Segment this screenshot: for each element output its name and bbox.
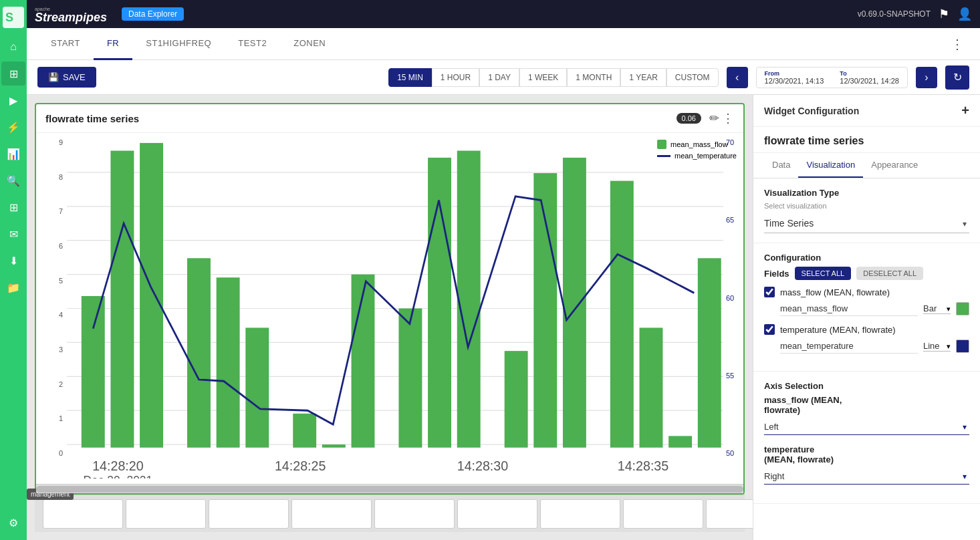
svg-rect-19: [293, 414, 316, 448]
download-icon[interactable]: ⬇: [1, 249, 25, 273]
dashboard-icon[interactable]: ⊞: [1, 61, 25, 86]
field-mass-flow-checkbox[interactable]: [764, 287, 775, 297]
svg-rect-16: [187, 258, 211, 447]
bottom-tile-7: [623, 499, 703, 529]
field-mass-flow-type-select[interactable]: Bar Line: [923, 303, 951, 314]
analytics-icon[interactable]: 📊: [1, 142, 25, 166]
app-logo: apache Streampipes: [35, 4, 115, 24]
scrollbar-thumb[interactable]: [36, 486, 743, 493]
widget-scrollbar[interactable]: [36, 484, 743, 493]
svg-rect-15: [140, 143, 163, 448]
axis-mass-flow-select[interactable]: Left Right: [764, 419, 969, 435]
bottom-tile-5: [457, 499, 537, 529]
widget-edit-icon[interactable]: ✏: [709, 111, 719, 126]
axis-section-title: Axis Selection: [764, 381, 969, 391]
axis-temperature-select[interactable]: Right Left: [764, 468, 969, 485]
svg-text:Dec 30, 2021: Dec 30, 2021: [83, 474, 152, 479]
time-btn-1month[interactable]: 1 MONTH: [567, 68, 620, 87]
viz-type-section: Visualization Type Select visualization …: [753, 178, 980, 243]
field-temperature-type-select[interactable]: Line Bar: [923, 341, 951, 352]
widget-card: flowrate time series 0.06 ✏ ⋮ 9 8 7 6 5 …: [35, 103, 745, 495]
config-tab-visualization[interactable]: Visualization: [798, 153, 863, 178]
tab-fr[interactable]: FR: [94, 28, 132, 60]
tab-st1highfreq[interactable]: ST1HIGHFREQ: [132, 28, 225, 60]
search-icon[interactable]: 🔍: [1, 168, 25, 192]
bottom-tiles: [35, 495, 745, 532]
time-buttons: 15 MIN 1 HOUR 1 DAY 1 WEEK 1 MONTH 1 YEA…: [388, 68, 718, 87]
content-area: flowrate time series 0.06 ✏ ⋮ 9 8 7 6 5 …: [27, 95, 980, 540]
legend-line-icon: [657, 155, 670, 157]
save-label: SAVE: [63, 72, 86, 82]
tab-test2[interactable]: TEST2: [225, 28, 280, 60]
svg-rect-27: [563, 158, 586, 448]
refresh-button[interactable]: ↻: [945, 65, 969, 90]
field-temperature-alias[interactable]: mean_temperature: [780, 339, 918, 354]
dashboard-panel: flowrate time series 0.06 ✏ ⋮ 9 8 7 6 5 …: [27, 95, 753, 540]
axis-mass-flow-select-wrapper: Left Right ▾: [764, 419, 969, 435]
axis-section: Axis Selection mass_flow (MEAN,flowrate)…: [753, 372, 980, 504]
field-temperature: temperature (MEAN, flowrate) mean_temper…: [764, 324, 969, 354]
apps-icon[interactable]: ⊞: [1, 195, 25, 219]
field-mass-flow-alias[interactable]: mean_mass_flow: [780, 301, 918, 316]
field-mass-flow-name: mass_flow (MEAN, flowrate): [780, 287, 890, 297]
notification-icon[interactable]: ⚑: [939, 7, 949, 21]
tabs-more-icon[interactable]: ⋮: [945, 36, 969, 52]
next-time-button[interactable]: ›: [916, 67, 937, 88]
viz-type-subtitle: Select visualization: [764, 202, 969, 210]
time-btn-15min[interactable]: 15 MIN: [388, 68, 432, 87]
y-axis-left: 9 8 7 6 5 4 3 2 1 0: [36, 138, 67, 457]
field-temperature-color[interactable]: [956, 340, 969, 353]
svg-rect-21: [352, 275, 375, 448]
svg-text:S: S: [5, 11, 13, 24]
time-btn-custom[interactable]: CUSTOM: [666, 68, 719, 87]
svg-text:14:28:20: 14:28:20: [92, 458, 143, 474]
from-date: From 12/30/2021, 14:13: [765, 70, 824, 85]
config-tab-appearance[interactable]: Appearance: [863, 153, 926, 178]
field-temperature-checkbox[interactable]: [764, 324, 775, 335]
config-fields-section: Configuration Fields SELECT ALL DESELECT…: [753, 243, 980, 372]
user-icon[interactable]: 👤: [957, 7, 972, 21]
pipeline-icon[interactable]: ▶: [1, 88, 25, 112]
field-mass-flow-config: mean_mass_flow Bar Line ▾: [764, 301, 969, 316]
data-explorer-badge[interactable]: Data Explorer: [122, 7, 184, 21]
config-tab-data[interactable]: Data: [764, 153, 798, 178]
svg-rect-26: [533, 173, 557, 448]
axis-temperature-select-wrapper: Right Left ▾: [764, 468, 969, 485]
legend-bar-icon: [657, 140, 666, 149]
messages-icon[interactable]: ✉: [1, 222, 25, 246]
config-widget-title: flowrate time series: [753, 127, 980, 153]
tab-zonen[interactable]: ZONEN: [280, 28, 339, 60]
bottom-tile-0: [43, 499, 123, 529]
svg-rect-25: [505, 351, 528, 448]
time-btn-1day[interactable]: 1 DAY: [479, 68, 519, 87]
select-all-button[interactable]: SELECT ALL: [795, 267, 852, 280]
connect-icon[interactable]: ⚡: [1, 115, 25, 139]
field-mass-flow-checkbox-row: mass_flow (MEAN, flowrate): [764, 287, 969, 297]
time-btn-1hour[interactable]: 1 HOUR: [432, 68, 479, 87]
deselect-all-button[interactable]: DESELECT ALL: [856, 267, 923, 280]
tab-start[interactable]: START: [37, 28, 94, 60]
config-add-button[interactable]: +: [961, 103, 969, 118]
to-label: To: [840, 70, 899, 77]
time-btn-1year[interactable]: 1 YEAR: [620, 68, 666, 87]
svg-rect-13: [82, 296, 105, 448]
viz-type-select[interactable]: Time Series Bar Chart Line Chart: [764, 214, 969, 233]
to-date: To 12/30/2021, 14:28: [840, 70, 899, 85]
config-tabs: Data Visualization Appearance: [753, 153, 980, 178]
chart-legend: mean_mass_flow mean_temperature: [657, 140, 737, 160]
home-icon[interactable]: ⌂: [1, 35, 25, 59]
field-temperature-config: mean_temperature Line Bar ▾: [764, 339, 969, 354]
topbar: apache Streampipes Data Explorer v0.69.0…: [27, 0, 980, 28]
svg-text:14:28:25: 14:28:25: [275, 458, 326, 474]
widget-menu-icon[interactable]: ⋮: [722, 111, 734, 126]
save-button[interactable]: 💾 SAVE: [37, 67, 96, 88]
time-btn-1week[interactable]: 1 WEEK: [519, 68, 567, 87]
bottom-tile-4: [374, 499, 455, 529]
field-mass-flow-color[interactable]: [956, 302, 969, 315]
bottom-tile-1: [126, 499, 206, 529]
config-fields-title: Configuration: [764, 253, 969, 263]
settings-icon[interactable]: ⚙: [1, 511, 25, 535]
svg-rect-20: [322, 444, 346, 448]
prev-time-button[interactable]: ‹: [727, 67, 748, 88]
files-icon[interactable]: 📁: [1, 275, 25, 299]
